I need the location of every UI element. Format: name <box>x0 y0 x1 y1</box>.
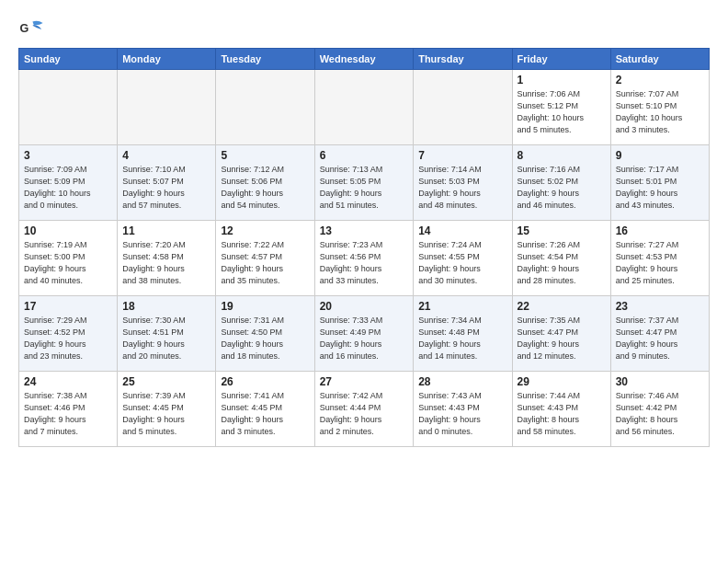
day-info: Sunrise: 7:23 AM Sunset: 4:56 PM Dayligh… <box>320 239 409 287</box>
day-number: 18 <box>122 300 210 313</box>
day-info: Sunrise: 7:29 AM Sunset: 4:52 PM Dayligh… <box>24 315 112 362</box>
calendar-cell-21: 21Sunrise: 7:34 AM Sunset: 4:48 PM Dayli… <box>414 296 512 372</box>
calendar-cell-24: 24Sunrise: 7:38 AM Sunset: 4:46 PM Dayli… <box>19 372 118 447</box>
calendar-cell-23: 23Sunrise: 7:37 AM Sunset: 4:47 PM Dayli… <box>610 296 709 372</box>
day-number: 2 <box>616 74 704 86</box>
day-number: 8 <box>518 149 606 162</box>
calendar-cell-empty <box>118 70 216 145</box>
day-number: 26 <box>221 375 309 388</box>
day-number: 1 <box>518 74 606 86</box>
calendar-cell-empty <box>314 70 414 145</box>
day-number: 7 <box>418 149 506 162</box>
calendar-header-tuesday: Tuesday <box>216 49 314 70</box>
day-info: Sunrise: 7:10 AM Sunset: 5:07 PM Dayligh… <box>122 164 210 212</box>
day-number: 28 <box>418 375 506 388</box>
day-number: 24 <box>24 375 112 388</box>
day-info: Sunrise: 7:27 AM Sunset: 4:53 PM Dayligh… <box>616 239 704 287</box>
day-number: 19 <box>221 300 309 313</box>
day-number: 3 <box>24 149 112 162</box>
day-info: Sunrise: 7:39 AM Sunset: 4:45 PM Dayligh… <box>122 390 210 438</box>
calendar-week-2: 3Sunrise: 7:09 AM Sunset: 5:09 PM Daylig… <box>19 145 710 221</box>
day-number: 17 <box>24 300 112 313</box>
day-number: 15 <box>518 224 606 237</box>
calendar-cell-22: 22Sunrise: 7:35 AM Sunset: 4:47 PM Dayli… <box>512 296 610 372</box>
calendar-header-friday: Friday <box>512 49 610 70</box>
calendar-cell-2: 2Sunrise: 7:07 AM Sunset: 5:10 PM Daylig… <box>610 70 709 145</box>
day-info: Sunrise: 7:43 AM Sunset: 4:43 PM Dayligh… <box>418 390 506 438</box>
calendar-cell-19: 19Sunrise: 7:31 AM Sunset: 4:50 PM Dayli… <box>216 296 314 372</box>
day-number: 6 <box>320 149 409 162</box>
page-container: G SundayMondayTuesdayWednesdayThursdayFr… <box>0 0 728 456</box>
calendar-cell-10: 10Sunrise: 7:19 AM Sunset: 5:00 PM Dayli… <box>19 221 118 296</box>
calendar-header-monday: Monday <box>118 49 216 70</box>
calendar-cell-11: 11Sunrise: 7:20 AM Sunset: 4:58 PM Dayli… <box>118 221 216 296</box>
day-info: Sunrise: 7:30 AM Sunset: 4:51 PM Dayligh… <box>122 315 210 362</box>
logo-icon: G <box>18 17 44 42</box>
day-info: Sunrise: 7:26 AM Sunset: 4:54 PM Dayligh… <box>518 239 606 287</box>
day-info: Sunrise: 7:38 AM Sunset: 4:46 PM Dayligh… <box>24 390 112 438</box>
calendar-header-row: SundayMondayTuesdayWednesdayThursdayFrid… <box>19 49 710 70</box>
calendar-cell-empty <box>19 70 118 145</box>
day-info: Sunrise: 7:12 AM Sunset: 5:06 PM Dayligh… <box>221 164 309 212</box>
day-number: 22 <box>518 300 606 313</box>
calendar-cell-25: 25Sunrise: 7:39 AM Sunset: 4:45 PM Dayli… <box>118 372 216 447</box>
day-info: Sunrise: 7:34 AM Sunset: 4:48 PM Dayligh… <box>418 315 506 362</box>
day-number: 5 <box>221 149 309 162</box>
day-number: 12 <box>221 224 309 237</box>
calendar-header-thursday: Thursday <box>414 49 512 70</box>
calendar-cell-empty <box>216 70 314 145</box>
day-info: Sunrise: 7:20 AM Sunset: 4:58 PM Dayligh… <box>122 239 210 287</box>
calendar-cell-1: 1Sunrise: 7:06 AM Sunset: 5:12 PM Daylig… <box>512 70 610 145</box>
calendar-cell-15: 15Sunrise: 7:26 AM Sunset: 4:54 PM Dayli… <box>512 221 610 296</box>
calendar-header-wednesday: Wednesday <box>314 49 414 70</box>
day-info: Sunrise: 7:17 AM Sunset: 5:01 PM Dayligh… <box>616 164 704 212</box>
day-number: 13 <box>320 224 409 237</box>
calendar-cell-empty <box>414 70 512 145</box>
calendar-cell-29: 29Sunrise: 7:44 AM Sunset: 4:43 PM Dayli… <box>512 372 610 447</box>
calendar-cell-5: 5Sunrise: 7:12 AM Sunset: 5:06 PM Daylig… <box>216 145 314 221</box>
day-info: Sunrise: 7:44 AM Sunset: 4:43 PM Dayligh… <box>518 390 606 438</box>
day-info: Sunrise: 7:22 AM Sunset: 4:57 PM Dayligh… <box>221 239 309 287</box>
calendar-cell-9: 9Sunrise: 7:17 AM Sunset: 5:01 PM Daylig… <box>610 145 709 221</box>
day-info: Sunrise: 7:46 AM Sunset: 4:42 PM Dayligh… <box>616 390 704 438</box>
calendar-cell-16: 16Sunrise: 7:27 AM Sunset: 4:53 PM Dayli… <box>610 221 709 296</box>
calendar-cell-13: 13Sunrise: 7:23 AM Sunset: 4:56 PM Dayli… <box>314 221 414 296</box>
calendar-cell-4: 4Sunrise: 7:10 AM Sunset: 5:07 PM Daylig… <box>118 145 216 221</box>
day-number: 25 <box>122 375 210 388</box>
day-info: Sunrise: 7:19 AM Sunset: 5:00 PM Dayligh… <box>24 239 112 287</box>
calendar-week-1: 1Sunrise: 7:06 AM Sunset: 5:12 PM Daylig… <box>19 70 710 145</box>
day-number: 4 <box>122 149 210 162</box>
calendar-cell-30: 30Sunrise: 7:46 AM Sunset: 4:42 PM Dayli… <box>610 372 709 447</box>
day-number: 14 <box>418 224 506 237</box>
day-number: 27 <box>320 375 409 388</box>
day-info: Sunrise: 7:14 AM Sunset: 5:03 PM Dayligh… <box>418 164 506 212</box>
svg-text:G: G <box>19 22 28 35</box>
header: G <box>18 17 710 42</box>
calendar-cell-6: 6Sunrise: 7:13 AM Sunset: 5:05 PM Daylig… <box>314 145 414 221</box>
day-number: 9 <box>616 149 704 162</box>
day-info: Sunrise: 7:16 AM Sunset: 5:02 PM Dayligh… <box>518 164 606 212</box>
calendar-cell-26: 26Sunrise: 7:41 AM Sunset: 4:45 PM Dayli… <box>216 372 314 447</box>
day-info: Sunrise: 7:33 AM Sunset: 4:49 PM Dayligh… <box>320 315 409 362</box>
calendar-cell-28: 28Sunrise: 7:43 AM Sunset: 4:43 PM Dayli… <box>414 372 512 447</box>
calendar-cell-12: 12Sunrise: 7:22 AM Sunset: 4:57 PM Dayli… <box>216 221 314 296</box>
calendar-week-3: 10Sunrise: 7:19 AM Sunset: 5:00 PM Dayli… <box>19 221 710 296</box>
calendar-week-5: 24Sunrise: 7:38 AM Sunset: 4:46 PM Dayli… <box>19 372 710 447</box>
day-info: Sunrise: 7:09 AM Sunset: 5:09 PM Dayligh… <box>24 164 112 212</box>
day-number: 10 <box>24 224 112 237</box>
day-info: Sunrise: 7:41 AM Sunset: 4:45 PM Dayligh… <box>221 390 309 438</box>
day-number: 30 <box>616 375 704 388</box>
day-number: 11 <box>122 224 210 237</box>
day-number: 21 <box>418 300 506 313</box>
day-info: Sunrise: 7:42 AM Sunset: 4:44 PM Dayligh… <box>320 390 409 438</box>
calendar-header-saturday: Saturday <box>610 49 709 70</box>
calendar-week-4: 17Sunrise: 7:29 AM Sunset: 4:52 PM Dayli… <box>19 296 710 372</box>
logo: G <box>18 17 48 42</box>
calendar-cell-18: 18Sunrise: 7:30 AM Sunset: 4:51 PM Dayli… <box>118 296 216 372</box>
day-info: Sunrise: 7:37 AM Sunset: 4:47 PM Dayligh… <box>616 315 704 362</box>
day-number: 23 <box>616 300 704 313</box>
calendar-cell-14: 14Sunrise: 7:24 AM Sunset: 4:55 PM Dayli… <box>414 221 512 296</box>
day-info: Sunrise: 7:24 AM Sunset: 4:55 PM Dayligh… <box>418 239 506 287</box>
calendar-cell-27: 27Sunrise: 7:42 AM Sunset: 4:44 PM Dayli… <box>314 372 414 447</box>
day-info: Sunrise: 7:13 AM Sunset: 5:05 PM Dayligh… <box>320 164 409 212</box>
